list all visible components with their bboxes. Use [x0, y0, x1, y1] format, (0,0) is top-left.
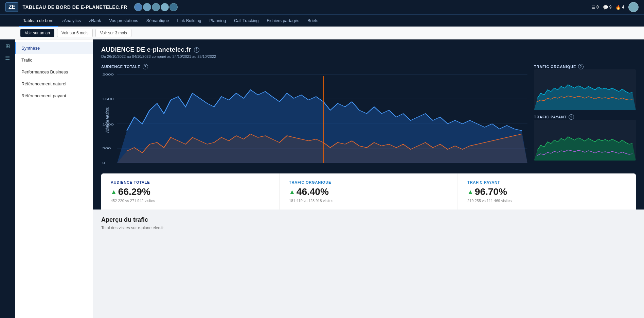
stat-paid-arrow: ▲ [467, 188, 473, 196]
avatar-2 [143, 3, 151, 11]
dashboard-icon[interactable]: ⊞ [5, 43, 10, 49]
stat-audience-arrow: ▲ [111, 188, 117, 196]
alerts-badge[interactable]: 🔥 4 [615, 5, 624, 10]
comments-badge[interactable]: 💬 9 [603, 5, 612, 10]
chart-section: AUDIENCE DE e-planetelec.fr ? Du 26/10/2… [93, 39, 644, 210]
svg-text:500: 500 [102, 147, 111, 150]
audience-title: AUDIENCE DE e-planetelec.fr ? [101, 46, 636, 53]
sidebar-item-referencement-naturel[interactable]: Référencement naturel [15, 78, 93, 90]
topbar-actions: ☰ 0 💬 9 🔥 4 [591, 2, 639, 12]
nav-fichiers[interactable]: Fichiers partagés [263, 15, 303, 27]
bottom-title: Aperçu du trafic [101, 216, 636, 223]
stat-organic-compare: 181 419 vs 123 918 visites [289, 199, 448, 203]
bottom-section: Aperçu du trafic Total des visites sur e… [93, 210, 644, 237]
audience-totale-label: AUDIENCE TOTALE ? [101, 64, 529, 69]
svg-text:2000: 2000 [102, 73, 114, 76]
sidebar-icon-bar: ⊞ ☰ [0, 39, 15, 318]
messages-count: 0 [596, 5, 599, 10]
messages-badge[interactable]: ☰ 0 [591, 5, 599, 10]
stat-organic-label: TRAFIC ORGANIQUE [289, 180, 448, 184]
period-bar: Voir sur un an Voir sur 6 mois Voir sur … [0, 27, 644, 39]
period-3-months[interactable]: Voir sur 3 mois [95, 29, 131, 37]
period-6-months[interactable]: Voir sur 6 mois [57, 29, 93, 37]
svg-text:0: 0 [102, 161, 105, 165]
main-chart-svg: 2000 1500 1000 500 0 [101, 69, 529, 168]
avatar-5 [169, 3, 178, 11]
organic-chart-block: TRAFIC ORGANIQUE ? [534, 64, 636, 110]
svg-text:Visites de sessions: Visites de sessions [105, 107, 110, 133]
stat-organic-value: ▲ 46.40% [289, 186, 448, 197]
nav-link-building[interactable]: Link Building [173, 15, 205, 27]
audience-info-icon[interactable]: ? [194, 47, 199, 53]
avatar-1 [134, 3, 142, 11]
alerts-icon: 🔥 [615, 5, 621, 10]
user-avatar[interactable] [628, 2, 639, 12]
stat-organic-arrow: ▲ [289, 188, 295, 196]
organic-info-icon[interactable]: ? [578, 64, 584, 69]
sidebar-item-performances[interactable]: Performances Business [15, 66, 93, 78]
organic-chart-area [534, 69, 636, 110]
organic-chart-svg [534, 69, 636, 110]
stat-paid-label: TRAFIC PAYANT [467, 180, 626, 184]
navbar: Tableau de bord zAnalytics zRank Vos pre… [0, 14, 644, 27]
paid-chart-block: TRAFIC PAYANT ? [534, 114, 636, 161]
stat-audience-compare: 452 220 vs 271 942 visites [111, 199, 270, 203]
organic-label: TRAFIC ORGANIQUE ? [534, 64, 636, 69]
stat-audience-value: ▲ 66.29% [111, 186, 270, 197]
main-chart-info-icon[interactable]: ? [143, 64, 148, 69]
nav-planning[interactable]: Planning [205, 15, 230, 27]
nav-briefs[interactable]: Briefs [303, 15, 322, 27]
avatar-3 [152, 3, 160, 11]
main-content: AUDIENCE DE e-planetelec.fr ? Du 26/10/2… [93, 39, 644, 318]
nav-zanalytics[interactable]: zAnalytics [58, 15, 85, 27]
topbar: ZE TABLEAU DE BORD DE E-PLANETELEC.FR ☰ … [0, 0, 644, 14]
sidebar-item-referencement-payant[interactable]: Référencement payant [15, 90, 93, 102]
svg-text:1500: 1500 [102, 97, 114, 101]
svg-marker-15 [534, 137, 636, 161]
stat-audience-label: AUDIENCE TOTALE [111, 180, 270, 184]
alerts-count: 4 [622, 5, 624, 10]
main-layout: ⊞ ☰ Synthèse Trafic Performances Busines… [0, 39, 644, 318]
main-chart-area: 2000 1500 1000 500 0 [101, 69, 529, 168]
charts-row: AUDIENCE TOTALE ? 2000 1500 1000 500 0 [101, 64, 636, 168]
stats-row: AUDIENCE TOTALE ▲ 66.29% 452 220 vs 271 … [101, 173, 636, 210]
comments-icon: 💬 [603, 5, 608, 10]
nav-call-tracking[interactable]: Call Tracking [230, 15, 263, 27]
logo[interactable]: ZE [5, 2, 18, 12]
main-audience-chart: AUDIENCE TOTALE ? 2000 1500 1000 500 0 [101, 64, 529, 168]
stat-paid-value: ▲ 96.70% [467, 186, 626, 197]
side-charts: TRAFIC ORGANIQUE ? [534, 64, 636, 168]
sidebar: Synthèse Trafic Performances Business Ré… [15, 39, 93, 318]
sidebar-item-synthese[interactable]: Synthèse [15, 42, 93, 54]
comments-count: 9 [609, 5, 612, 10]
paid-chart-area [534, 120, 636, 161]
avatar-4 [161, 3, 169, 11]
paid-info-icon[interactable]: ? [569, 114, 574, 120]
audience-date-range: Du 26/10/2022 au 04/10/2023 comparé au 2… [101, 54, 636, 58]
paid-chart-svg [534, 120, 636, 161]
avatars-group [134, 3, 178, 11]
stat-trafic-payant: TRAFIC PAYANT ▲ 96.70% 219 255 vs 111 46… [458, 173, 636, 210]
nav-prestations[interactable]: Vos prestations [105, 15, 142, 27]
nav-semantique[interactable]: Sémantique [142, 15, 173, 27]
bottom-subtitle: Total des visites sur e-planetelec.fr [101, 225, 636, 230]
nav-tableau-de-bord[interactable]: Tableau de bord [19, 15, 58, 27]
stat-trafic-organique: TRAFIC ORGANIQUE ▲ 46.40% 181 419 vs 123… [280, 173, 458, 210]
svg-marker-14 [534, 85, 636, 110]
paid-label: TRAFIC PAYANT ? [534, 114, 636, 120]
sidebar-item-trafic[interactable]: Trafic [15, 54, 93, 66]
nav-zrank[interactable]: zRank [85, 15, 105, 27]
stat-audience-totale: AUDIENCE TOTALE ▲ 66.29% 452 220 vs 271 … [101, 173, 280, 210]
period-1-year[interactable]: Voir sur un an [20, 29, 54, 37]
messages-icon: ☰ [591, 5, 595, 10]
page-title: TABLEAU DE BORD DE E-PLANETELEC.FR [22, 4, 127, 10]
stat-paid-compare: 219 255 vs 111 469 visites [467, 199, 626, 203]
nav-icon[interactable]: ☰ [5, 55, 10, 61]
